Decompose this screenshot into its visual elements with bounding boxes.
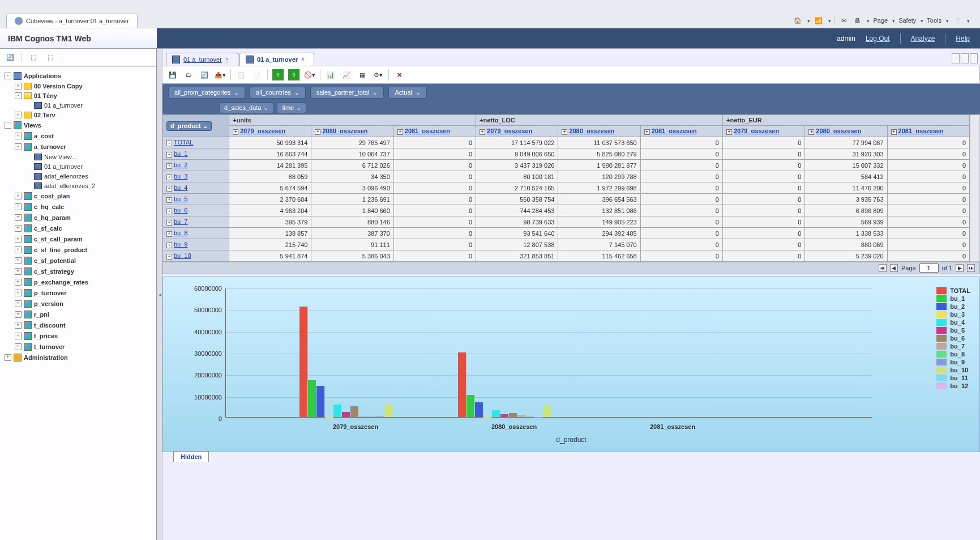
safety-menu[interactable]: Safety [898, 17, 916, 24]
col-header[interactable]: +2081_osszesen [393, 126, 476, 137]
expand-icon[interactable]: - [5, 73, 11, 79]
expand-icon[interactable]: + [15, 193, 22, 199]
close-icon[interactable]: × [225, 56, 232, 63]
page-last-icon[interactable]: ⏭ [967, 264, 975, 272]
cell[interactable]: 3 935 763 [805, 194, 887, 205]
cell[interactable]: 1 972 299 698 [558, 182, 640, 194]
tree-item-p_exchange_rates[interactable]: +p_exchange_rates [2, 277, 154, 287]
context-prom-categories[interactable]: all_prom_categories [168, 87, 245, 99]
cell[interactable]: 0 [640, 216, 722, 228]
context-scenario[interactable]: Actual [388, 87, 427, 99]
cell[interactable]: 396 654 563 [558, 194, 640, 205]
cell[interactable]: 0 [722, 171, 804, 182]
cell[interactable]: 91 111 [311, 239, 393, 250]
page-menu[interactable]: Page [873, 17, 888, 24]
cell[interactable]: 6 896 809 [805, 205, 887, 216]
copy-icon[interactable]: 📋 [236, 69, 247, 80]
tree-item-c_sf_line_product[interactable]: +c_sf_line_product [2, 244, 154, 255]
tree-item-applications[interactable]: -Applications [2, 70, 154, 81]
expand-icon[interactable]: + [15, 290, 22, 296]
tree-item-t_prices[interactable]: +t_prices [2, 330, 154, 341]
cell[interactable]: 0 [393, 250, 476, 262]
col-header[interactable]: +2079_osszesen [229, 126, 311, 137]
doc-tab-2[interactable]: 01 a_turnover × [239, 53, 314, 66]
save-icon[interactable]: 💾 [167, 69, 178, 80]
cell[interactable]: 7 145 070 [558, 239, 640, 250]
cell[interactable]: 0 [887, 250, 969, 262]
row-header[interactable]: +bu_4 [163, 182, 229, 194]
expand-icon[interactable]: - [15, 143, 22, 150]
expand-icon[interactable]: + [15, 225, 22, 232]
cell[interactable]: 11 037 573 650 [558, 137, 640, 148]
cell[interactable]: 4 963 204 [229, 205, 311, 216]
row-header[interactable]: +bu_2 [163, 160, 229, 171]
logout-link[interactable]: Log Out [866, 35, 890, 42]
cell[interactable]: 0 [393, 194, 476, 205]
cell[interactable]: 0 [722, 216, 804, 228]
expand-icon[interactable]: + [15, 246, 22, 253]
cell[interactable]: 395 379 [229, 216, 311, 228]
cell[interactable]: 5 386 043 [311, 250, 393, 262]
save-as-icon[interactable]: 🗂 [183, 69, 194, 80]
paste-icon[interactable]: 📄 [251, 69, 263, 80]
help-link[interactable]: Help [956, 35, 970, 42]
browser-tab[interactable]: Cubeview - a_turnover:01 a_turnover [6, 14, 138, 28]
col-header[interactable]: +2081_osszesen [887, 126, 969, 137]
cell[interactable]: 0 [887, 205, 969, 216]
tree-item-views[interactable]: -Views [2, 120, 154, 130]
cell[interactable]: 34 350 [311, 171, 393, 182]
cell[interactable]: 215 740 [229, 239, 311, 250]
cell[interactable]: 12 807 538 [476, 239, 558, 250]
cell[interactable]: 0 [722, 250, 804, 262]
help-icon[interactable]: ❔ [952, 16, 962, 25]
cell[interactable]: 17 114 579 022 [476, 137, 558, 148]
expand-icon[interactable]: + [15, 300, 22, 307]
close-view-icon[interactable]: ✕ [393, 69, 405, 80]
cell[interactable]: 0 [640, 137, 722, 148]
cell[interactable]: 0 [722, 137, 804, 148]
tree-item-c_sf_call_param[interactable]: +c_sf_call_param [2, 233, 154, 244]
cell[interactable]: 16 863 744 [229, 148, 311, 160]
cell[interactable]: 0 [887, 171, 969, 182]
cell[interactable]: 880 069 [805, 239, 887, 250]
cell[interactable]: 0 [722, 148, 804, 160]
expand-icon[interactable]: + [15, 83, 22, 90]
row-header[interactable]: +bu_6 [163, 205, 229, 216]
analyze-link[interactable]: Analyze [911, 35, 935, 42]
cell[interactable]: 88 059 [229, 171, 311, 182]
expand-icon[interactable]: + [15, 214, 22, 221]
sidebar-collapse-handle[interactable]: ◂ [157, 49, 162, 540]
expand-icon[interactable]: + [15, 322, 22, 329]
chart-combo-icon[interactable]: 📈 [341, 69, 352, 80]
cell[interactable]: 569 939 [805, 216, 887, 228]
cell[interactable]: 29 765 497 [311, 137, 393, 148]
cell[interactable]: 115 462 658 [558, 250, 640, 262]
chart-props-icon[interactable]: ⚙▾ [373, 69, 384, 80]
page-input[interactable] [919, 263, 939, 273]
cell[interactable]: 0 [887, 182, 969, 194]
cell[interactable]: 5 239 020 [805, 250, 887, 262]
cell[interactable]: 0 [393, 148, 476, 160]
tree-item-c_hq_calc[interactable]: +c_hq_calc [2, 201, 154, 212]
cell[interactable]: 80 100 181 [476, 171, 558, 182]
rss-icon[interactable]: 📶 [814, 16, 824, 25]
tools-menu[interactable]: Tools [927, 17, 942, 24]
hidden-tab[interactable]: Hidden [173, 451, 209, 462]
col-header[interactable]: +2079_osszesen [476, 126, 558, 137]
cell[interactable]: 50 993 314 [229, 137, 311, 148]
cell[interactable]: 6 712 026 [311, 160, 393, 171]
tree-item-v_adat1[interactable]: adat_ellenorzes [2, 171, 154, 181]
cell[interactable]: 15 007 332 [805, 160, 887, 171]
doc-tab-1[interactable]: 01 a_turnover × [166, 53, 238, 66]
cell[interactable]: 31 920 303 [805, 148, 887, 160]
dim-time[interactable]: time [277, 103, 306, 113]
tree-item-t_discount[interactable]: +t_discount [2, 320, 154, 330]
expand-icon[interactable]: + [15, 257, 22, 264]
expand-icon[interactable]: + [15, 236, 22, 243]
tree-item-teny[interactable]: -01 Tény [2, 91, 154, 100]
cell[interactable]: 0 [887, 148, 969, 160]
cell[interactable]: 98 739 633 [476, 216, 558, 228]
mail-icon[interactable]: ✉ [838, 16, 849, 25]
no-entry-icon[interactable]: 🚫▾ [304, 69, 315, 80]
cell[interactable]: 0 [393, 216, 476, 228]
